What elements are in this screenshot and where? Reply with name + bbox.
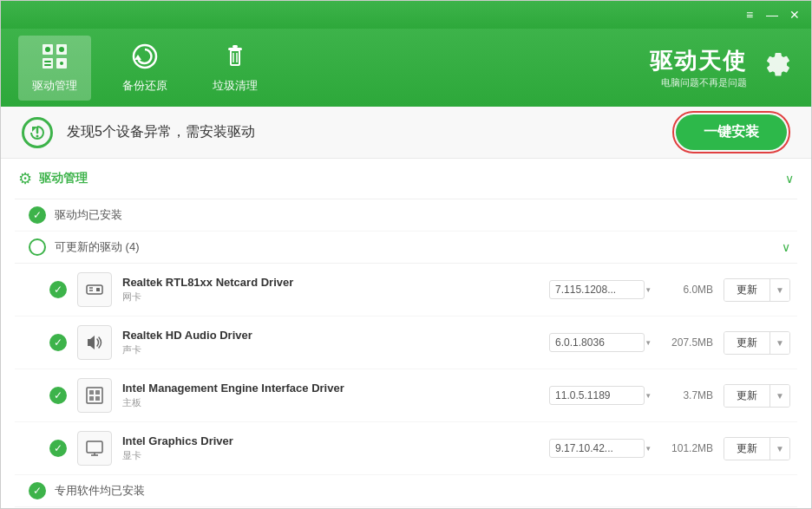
driver-version-select-1[interactable]: 6.0.1.8036 bbox=[549, 333, 645, 352]
update-btn-wrapper-1: 更新 ▼ bbox=[724, 331, 790, 355]
svg-rect-16 bbox=[232, 45, 238, 48]
brand-text: 驱动天使 电脑问题不再是问题 bbox=[650, 46, 747, 89]
driver-mgmt-icon bbox=[41, 42, 69, 75]
svg-rect-28 bbox=[87, 441, 102, 453]
update-arrow-button-2[interactable]: ▼ bbox=[770, 385, 789, 407]
version-wrapper-1: 6.0.1.8036 bbox=[549, 333, 655, 352]
update-button-0[interactable]: 更新 bbox=[724, 279, 770, 301]
update-arrow-button-3[interactable]: ▼ bbox=[770, 438, 789, 460]
driver-check-3: ✓ bbox=[49, 440, 67, 457]
section-chevron-icon[interactable]: ∨ bbox=[785, 172, 794, 186]
nav-item-clean[interactable]: 垃圾清理 bbox=[199, 36, 272, 101]
version-wrapper-2: 11.0.5.1189 bbox=[549, 386, 655, 405]
driver-icon-0 bbox=[77, 272, 112, 307]
driver-size-2: 3.7MB bbox=[665, 389, 713, 401]
brand-title: 驱动天使 bbox=[650, 46, 747, 76]
driver-rows: ✓ Realtek RTL81xx Netcard Driver 网卡 7.11… bbox=[15, 264, 797, 475]
driver-type-0: 网卡 bbox=[122, 290, 549, 303]
svg-point-4 bbox=[45, 47, 50, 52]
svg-rect-6 bbox=[44, 61, 51, 62]
installed-status-item: ✓ 驱动均已安装 bbox=[15, 199, 797, 232]
svg-rect-23 bbox=[87, 388, 102, 403]
nav-item-driver-mgmt[interactable]: 驱动管理 bbox=[18, 36, 91, 101]
svg-rect-26 bbox=[89, 396, 94, 401]
nav-items: 驱动管理 备份还原 bbox=[18, 36, 650, 101]
driver-type-1: 声卡 bbox=[122, 343, 549, 356]
driver-size-1: 207.5MB bbox=[665, 336, 713, 349]
update-button-2[interactable]: 更新 bbox=[724, 385, 770, 407]
driver-type-3: 显卡 bbox=[122, 449, 549, 462]
main-window: ≡ — ✕ bbox=[0, 0, 812, 509]
section-gear-icon: ⚙ bbox=[18, 169, 32, 188]
driver-row-0: ✓ Realtek RTL81xx Netcard Driver 网卡 7.11… bbox=[15, 264, 797, 316]
driver-icon-3 bbox=[77, 431, 112, 466]
clean-icon bbox=[221, 42, 249, 75]
driver-size-0: 6.0MB bbox=[665, 284, 713, 296]
driver-version-select-2[interactable]: 11.0.5.1189 bbox=[549, 386, 645, 405]
svg-rect-27 bbox=[95, 396, 100, 401]
menu-button[interactable]: ≡ bbox=[740, 5, 759, 24]
update-btn-wrapper-3: 更新 ▼ bbox=[724, 437, 790, 460]
svg-rect-2 bbox=[43, 58, 53, 69]
update-button-3[interactable]: 更新 bbox=[724, 438, 770, 460]
driver-version-select-0[interactable]: 7.115.1208... bbox=[549, 280, 645, 299]
section-title: 驱动管理 bbox=[39, 171, 785, 186]
driver-size-3: 101.2MB bbox=[665, 442, 713, 454]
nav-label-backup-restore: 备份还原 bbox=[122, 78, 167, 94]
install-btn-wrapper: 一键安装 bbox=[672, 111, 790, 153]
installed-status-text: 驱动均已安装 bbox=[55, 207, 122, 223]
content-area: ⚙ 驱动管理 ∨ ✓ 驱动均已安装 可更新的驱动 (4) ∨ ✓ Realtek… bbox=[1, 159, 811, 508]
driver-info-2: Intel Management Engine Interface Driver… bbox=[122, 382, 549, 409]
updatable-circle-icon bbox=[29, 238, 46, 256]
update-btn-wrapper-0: 更新 ▼ bbox=[724, 278, 790, 302]
svg-rect-22 bbox=[96, 288, 100, 291]
nav-item-backup-restore[interactable]: 备份还原 bbox=[108, 36, 181, 101]
titlebar: ≡ — ✕ bbox=[1, 1, 811, 29]
minimize-button[interactable]: — bbox=[763, 5, 782, 24]
notice-text: 发现5个设备异常，需安装驱动 bbox=[67, 123, 672, 141]
window-controls: ≡ — ✕ bbox=[740, 5, 804, 24]
driver-name-2: Intel Management Engine Interface Driver bbox=[122, 382, 549, 395]
driver-row-3: ✓ Intel Graphics Driver 显卡 9.17.10.42...… bbox=[15, 422, 797, 475]
install-button[interactable]: 一键安装 bbox=[676, 114, 787, 150]
driver-icon-2 bbox=[77, 378, 112, 413]
nav-label-clean: 垃圾清理 bbox=[213, 78, 258, 94]
svg-point-9 bbox=[60, 62, 63, 65]
driver-row-2: ✓ Intel Management Engine Interface Driv… bbox=[15, 369, 797, 422]
driver-row-1: ✓ Realtek HD Audio Driver 声卡 6.0.1.8036 … bbox=[15, 316, 797, 369]
update-arrow-button-1[interactable]: ▼ bbox=[770, 332, 789, 354]
updatable-section-title: 可更新的驱动 (4) bbox=[55, 239, 782, 255]
brand-subtitle: 电脑问题不再是问题 bbox=[650, 76, 747, 89]
backup-restore-icon bbox=[131, 42, 159, 75]
software-status-item: ✓ 专用软件均已安装 bbox=[15, 475, 797, 507]
version-wrapper-3: 9.17.10.42... bbox=[549, 439, 655, 458]
svg-point-5 bbox=[59, 47, 64, 52]
updatable-chevron-icon[interactable]: ∨ bbox=[782, 240, 790, 254]
driver-check-1: ✓ bbox=[49, 334, 67, 351]
svg-rect-13 bbox=[231, 50, 239, 65]
nav-label-driver-mgmt: 驱动管理 bbox=[32, 78, 77, 94]
driver-info-1: Realtek HD Audio Driver 声卡 bbox=[122, 329, 549, 356]
driver-info-3: Intel Graphics Driver 显卡 bbox=[122, 434, 549, 462]
brand-gear-icon bbox=[756, 45, 794, 91]
svg-rect-19 bbox=[87, 285, 102, 294]
driver-mgmt-section-header: ⚙ 驱动管理 ∨ bbox=[15, 159, 797, 199]
svg-rect-7 bbox=[44, 64, 51, 66]
close-button[interactable]: ✕ bbox=[785, 5, 804, 24]
svg-marker-11 bbox=[134, 55, 141, 60]
update-button-1[interactable]: 更新 bbox=[724, 332, 770, 354]
svg-rect-25 bbox=[95, 390, 100, 395]
notice-icon bbox=[22, 117, 53, 148]
driver-name-3: Intel Graphics Driver bbox=[122, 434, 549, 447]
driver-icon-1 bbox=[77, 325, 112, 360]
software-check-icon: ✓ bbox=[29, 482, 46, 499]
update-arrow-button-0[interactable]: ▼ bbox=[770, 279, 789, 301]
notice-bar: 发现5个设备异常，需安装驱动 一键安装 bbox=[1, 107, 811, 159]
svg-point-17 bbox=[36, 134, 39, 137]
driver-check-0: ✓ bbox=[49, 281, 67, 298]
software-status-text: 专用软件均已安装 bbox=[55, 483, 145, 499]
driver-check-2: ✓ bbox=[49, 387, 67, 404]
driver-version-select-3[interactable]: 9.17.10.42... bbox=[549, 439, 645, 458]
driver-type-2: 主板 bbox=[122, 396, 549, 409]
update-btn-wrapper-2: 更新 ▼ bbox=[724, 384, 790, 408]
